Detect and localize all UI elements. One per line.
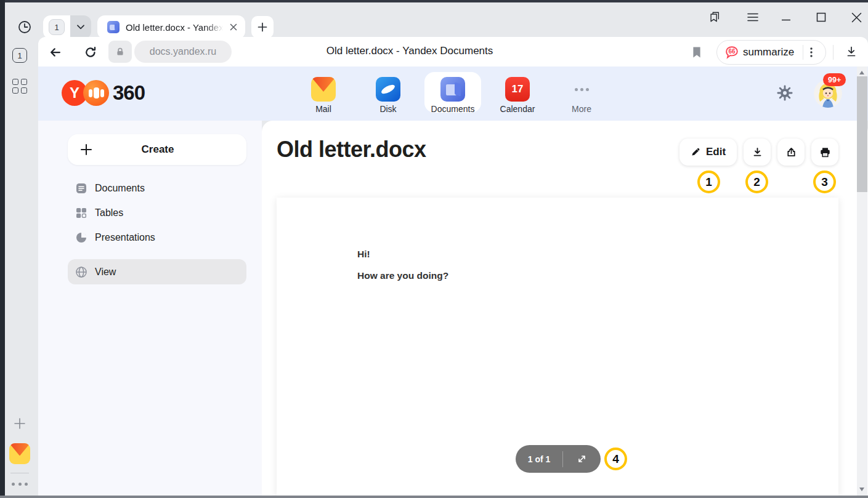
sidebar-item-documents[interactable]: Documents <box>68 177 246 200</box>
svg-text:66: 66 <box>728 48 736 55</box>
plus-icon <box>80 143 92 156</box>
chevron-down-icon <box>77 25 84 30</box>
window-frame-left <box>0 0 5 498</box>
plus-icon <box>258 22 267 32</box>
create-label: Create <box>92 143 223 156</box>
summarize-more-icon[interactable] <box>803 47 819 57</box>
address-url-pill[interactable]: docs.yandex.ru <box>134 41 232 63</box>
y360-orange-logo-icon <box>83 80 109 106</box>
nav-label: Disk <box>360 104 416 114</box>
nav-item-documents[interactable]: Documents <box>425 77 481 114</box>
sidebar-more-icon[interactable] <box>12 483 28 486</box>
page-title: Old letter.docx <box>277 137 426 163</box>
annotation-marker-1: 1 <box>697 171 720 193</box>
edit-label: Edit <box>706 146 726 158</box>
nav-item-mail[interactable]: Mail <box>296 77 351 114</box>
reload-icon[interactable] <box>84 46 97 59</box>
address-bar-page-title: Old letter.docx - Yandex Documents <box>265 45 554 57</box>
nav-label: Mail <box>296 104 351 114</box>
tab-title: Old letter.docx - Yandex <box>126 22 223 33</box>
globe-icon <box>75 266 87 278</box>
tableau-grid-icon[interactable] <box>12 79 27 94</box>
scroll-up-arrow[interactable] <box>859 71 864 74</box>
quote-icon: 66 <box>725 46 739 59</box>
page-scrollbar[interactable] <box>857 66 867 496</box>
collections-bookmarks-icon[interactable] <box>708 11 721 23</box>
nav-label: Documents <box>425 104 481 114</box>
summarize-pill[interactable]: 66 summarize <box>716 40 826 65</box>
tab-group-expand[interactable] <box>70 15 91 39</box>
side-panel-tab-count[interactable]: 1 <box>12 48 27 63</box>
window-frame-top <box>0 0 868 2</box>
tab-bar: 1 Old letter.docx - Yandex <box>5 2 868 37</box>
summarize-label: summarize <box>743 46 794 58</box>
back-icon[interactable] <box>49 46 62 59</box>
expand-icon <box>577 454 587 464</box>
yandex-mail-shortcut-icon[interactable] <box>9 443 30 464</box>
site-security-lock-icon[interactable] <box>108 41 132 63</box>
downloads-icon[interactable] <box>845 45 858 58</box>
yandex360-logo[interactable]: Y 360 <box>62 80 145 106</box>
document-text-line: How are you doing? <box>357 270 448 281</box>
download-button[interactable] <box>744 139 771 166</box>
edit-button[interactable]: Edit <box>679 139 737 166</box>
bookmark-icon[interactable] <box>690 46 704 59</box>
minimize-icon[interactable] <box>780 11 792 23</box>
history-clock-icon[interactable] <box>17 20 32 37</box>
tab-group-number: 1 <box>49 19 65 35</box>
mail-icon <box>311 77 336 102</box>
scrollbar-thumb[interactable] <box>857 76 867 192</box>
url-text: docs.yandex.ru <box>150 46 217 57</box>
logo-360-text: 360 <box>113 81 145 105</box>
sidebar-item-label: Presentations <box>95 232 155 243</box>
sidebar-add-icon[interactable] <box>14 417 26 432</box>
download-icon <box>752 147 763 158</box>
window-frame-bottom <box>0 496 868 498</box>
close-window-icon[interactable] <box>850 11 862 23</box>
scroll-down-arrow[interactable] <box>859 488 864 491</box>
share-button[interactable] <box>777 139 805 166</box>
sidebar-item-label: Tables <box>95 207 123 219</box>
presentations-pie-icon <box>75 231 87 244</box>
documents-icon <box>440 77 465 102</box>
document-text-line: Hi! <box>357 249 370 260</box>
fullscreen-expand-button[interactable] <box>563 454 601 464</box>
annotation-marker-2: 2 <box>745 171 768 193</box>
page-count-label: 1 of 1 <box>516 454 562 464</box>
pencil-icon <box>691 147 700 157</box>
tables-icon <box>75 207 87 219</box>
maximize-icon[interactable] <box>815 11 827 23</box>
share-icon <box>786 147 797 158</box>
create-button[interactable]: Create <box>68 134 246 165</box>
nav-item-more[interactable]: More <box>554 77 609 114</box>
printer-icon <box>820 147 830 158</box>
annotation-marker-3: 3 <box>813 171 836 193</box>
tab-close-icon[interactable] <box>229 23 238 31</box>
tab-group-chip[interactable]: 1 <box>43 15 91 39</box>
calendar-icon: 17 <box>505 77 530 102</box>
browser-menu-icon[interactable] <box>747 11 759 23</box>
browser-side-panel: 1 <box>5 37 38 496</box>
tab-group-left: 1 <box>43 15 70 39</box>
tab-favicon-documents-icon <box>107 21 120 33</box>
settings-gear-icon[interactable] <box>776 84 793 104</box>
nav-label: More <box>554 104 609 114</box>
active-tab[interactable]: Old letter.docx - Yandex <box>97 15 245 39</box>
page-indicator-pill: 1 of 1 <box>516 445 601 473</box>
notification-count-badge: 99+ <box>823 73 846 86</box>
sidebar-item-tables[interactable]: Tables <box>68 201 246 225</box>
more-dots-icon <box>569 77 594 102</box>
sidebar-item-label: View <box>95 267 116 278</box>
sidebar-divider <box>10 473 29 473</box>
sidebar-item-presentations[interactable]: Presentations <box>68 226 246 249</box>
sidebar-item-label: Documents <box>95 183 145 194</box>
toolbar-divider <box>833 45 834 60</box>
new-tab-button[interactable] <box>251 16 274 38</box>
print-button[interactable] <box>811 139 838 166</box>
nav-label: Calendar <box>490 104 545 114</box>
nav-item-calendar[interactable]: 17 Calendar <box>490 77 545 114</box>
browser-window: 1 Old letter.docx - Yandex <box>0 0 868 498</box>
nav-item-disk[interactable]: Disk <box>360 77 416 114</box>
sidebar-item-view[interactable]: View <box>68 259 246 284</box>
document-icon <box>75 182 87 195</box>
